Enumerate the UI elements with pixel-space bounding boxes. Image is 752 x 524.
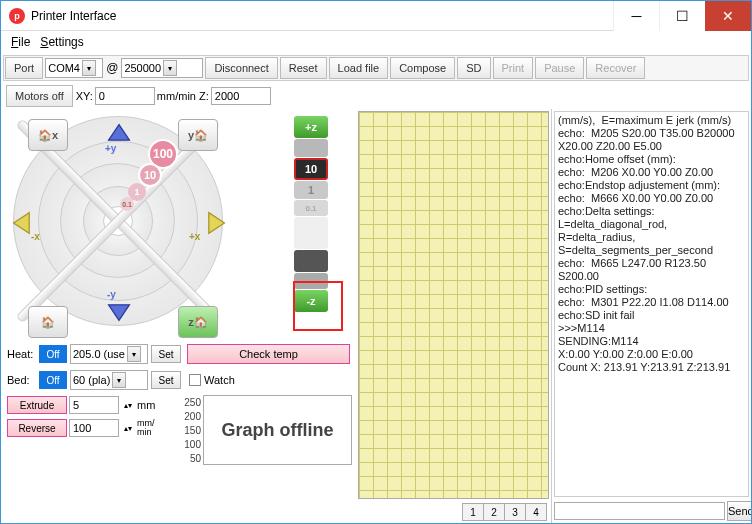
window-title: Printer Interface <box>31 9 613 23</box>
main-area: 🏠x y🏠 🏠 z🏠 +y -y -x +x 100 10 1 0.1 +z 1… <box>1 109 751 523</box>
jog-area: 🏠x y🏠 🏠 z🏠 +y -y -x +x 100 10 1 0.1 +z 1… <box>3 111 354 341</box>
print-button[interactable]: Print <box>493 57 534 79</box>
right-panel: (mm/s), E=maximum E jerk (mm/s) echo: M2… <box>551 109 751 523</box>
gcode-input[interactable] <box>554 502 725 520</box>
y-minus-label: -y <box>107 289 116 300</box>
recover-button[interactable]: Recover <box>586 57 645 79</box>
toolbar: Port COM4▾ @ 250000▾ Disconnect Reset Lo… <box>3 55 749 81</box>
heat-off-button[interactable]: Off <box>39 345 67 363</box>
chevron-down-icon: ▾ <box>163 60 177 76</box>
home-z-button[interactable]: z🏠 <box>178 306 218 338</box>
home-x-button[interactable]: 🏠x <box>28 119 68 151</box>
minimize-button[interactable]: ─ <box>613 1 659 31</box>
check-temp-button[interactable]: Check temp <box>187 344 350 364</box>
pause-button[interactable]: Pause <box>535 57 584 79</box>
reset-button[interactable]: Reset <box>280 57 327 79</box>
loadfile-button[interactable]: Load file <box>329 57 389 79</box>
sd-button[interactable]: SD <box>457 57 490 79</box>
svg-marker-0 <box>109 125 130 141</box>
heat-row: Heat: Off 205.0 (use▾ Set Check temp <box>7 342 350 366</box>
motors-off-button[interactable]: Motors off <box>6 85 73 107</box>
extrude-speed-input[interactable] <box>69 419 119 437</box>
xy-label: XY: <box>76 90 93 102</box>
tab-4[interactable]: 4 <box>525 503 547 521</box>
tab-3[interactable]: 3 <box>504 503 526 521</box>
heat-set-button[interactable]: Set <box>151 345 181 363</box>
mm-label: mm <box>137 399 155 411</box>
layer-tabs: 1 2 3 4 <box>356 501 551 523</box>
menu-file[interactable]: File <box>11 35 30 49</box>
extrude-button[interactable]: Extrude <box>7 396 67 414</box>
port-button[interactable]: Port <box>5 57 43 79</box>
z-spacer <box>294 217 328 249</box>
heat-label: Heat: <box>7 348 37 360</box>
bed-label: Bed: <box>7 374 37 386</box>
motion-row: Motors off XY: mm/min Z: <box>5 85 747 107</box>
titlebar: p Printer Interface ─ ☐ ✕ <box>1 1 751 31</box>
port-select[interactable]: COM4▾ <box>45 58 103 78</box>
tab-2[interactable]: 2 <box>483 503 505 521</box>
mid-panel: 1 2 3 4 <box>356 109 551 523</box>
z-plus-button[interactable]: +z <box>294 116 328 138</box>
svg-marker-2 <box>14 213 30 234</box>
close-button[interactable]: ✕ <box>705 1 751 31</box>
disconnect-button[interactable]: Disconnect <box>205 57 277 79</box>
z-step-100[interactable] <box>294 139 328 157</box>
x-plus-label: +x <box>189 231 200 242</box>
bed-row: Bed: Off 60 (pla)▾ Set Watch <box>7 368 350 392</box>
y-minus-arrow[interactable] <box>103 296 135 324</box>
heat-preset-select[interactable]: 205.0 (use▾ <box>70 344 148 364</box>
send-button[interactable]: Send <box>727 501 751 521</box>
baud-select[interactable]: 250000▾ <box>121 58 203 78</box>
maximize-button[interactable]: ☐ <box>659 1 705 31</box>
mmmin-label: mm/min Z: <box>157 90 209 102</box>
svg-marker-3 <box>209 213 225 234</box>
menu-settings[interactable]: Settings <box>40 35 83 49</box>
compose-button[interactable]: Compose <box>390 57 455 79</box>
svg-marker-1 <box>109 305 130 321</box>
left-panel: 🏠x y🏠 🏠 z🏠 +y -y -x +x 100 10 1 0.1 +z 1… <box>1 109 356 523</box>
y-plus-label: +y <box>105 143 116 154</box>
z-spacer-dark <box>294 250 328 272</box>
temp-graph: Graph offline <box>203 395 352 465</box>
home-all-button[interactable]: 🏠 <box>28 306 68 338</box>
z-speed-input[interactable] <box>211 87 271 105</box>
bed-preset-select[interactable]: 60 (pla)▾ <box>70 370 148 390</box>
z-step-1[interactable]: 1 <box>294 181 328 199</box>
z-step-10[interactable]: 10 <box>294 158 328 180</box>
console-output[interactable]: (mm/s), E=maximum E jerk (mm/s) echo: M2… <box>554 111 749 497</box>
highlight-box <box>293 281 343 331</box>
extrude-length-input[interactable] <box>69 396 119 414</box>
jog-01-badge: 0.1 <box>120 197 134 211</box>
menubar: File Settings <box>1 31 751 53</box>
bed-off-button[interactable]: Off <box>39 371 67 389</box>
x-minus-label: -x <box>31 231 40 242</box>
at-label: @ <box>104 61 120 75</box>
z-step-01[interactable]: 0.1 <box>294 200 328 216</box>
xy-speed-input[interactable] <box>95 87 155 105</box>
watch-checkbox[interactable]: Watch <box>189 371 235 389</box>
x-plus-arrow[interactable] <box>198 209 230 237</box>
gcode-preview[interactable] <box>358 111 549 499</box>
send-row: Send <box>552 499 751 523</box>
reverse-button[interactable]: Reverse <box>7 419 67 437</box>
app-icon: p <box>9 8 25 24</box>
mm-min-label: mm/ min <box>137 419 155 437</box>
chevron-down-icon: ▾ <box>82 60 96 76</box>
graph-axis: 25020015010050 <box>177 395 203 465</box>
tab-1[interactable]: 1 <box>462 503 484 521</box>
bed-set-button[interactable]: Set <box>151 371 181 389</box>
home-y-button[interactable]: y🏠 <box>178 119 218 151</box>
